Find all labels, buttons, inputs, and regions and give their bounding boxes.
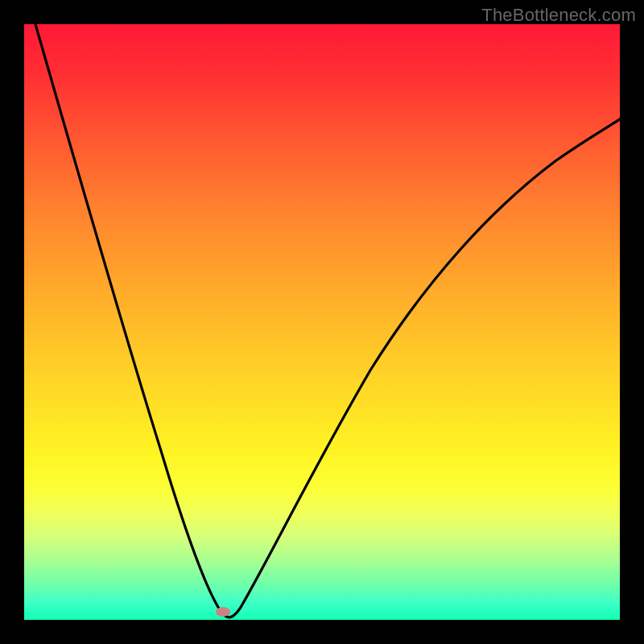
minimum-marker-dot	[216, 607, 230, 617]
chart-plot-area	[24, 24, 620, 620]
watermark-text: TheBottleneck.com	[481, 5, 636, 26]
bottleneck-curve	[24, 24, 620, 620]
curve-path	[35, 24, 620, 617]
